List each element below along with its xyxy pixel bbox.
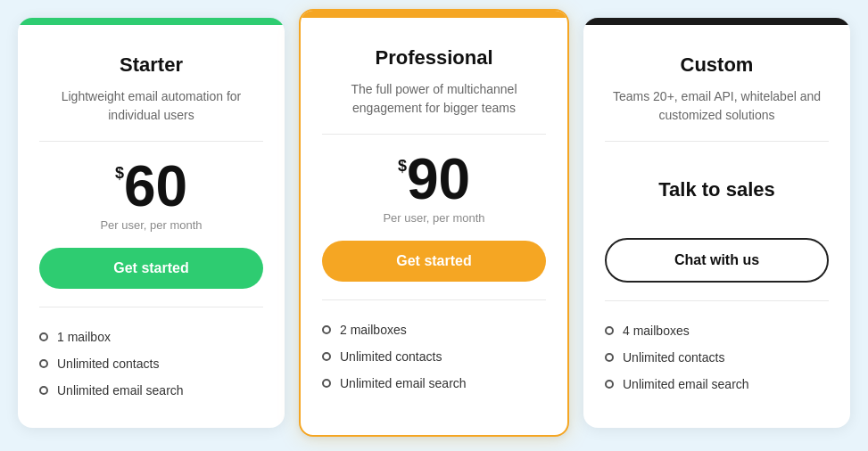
starter-feature-label-0: 1 mailbox: [57, 330, 111, 344]
starter-description: Lightweight email automation for individ…: [39, 87, 263, 125]
custom-feature-icon-0: [605, 326, 614, 335]
starter-price: 60: [124, 158, 187, 215]
professional-feature-label-2: Unlimited email search: [340, 376, 467, 390]
starter-period: Per user, per month: [100, 218, 202, 232]
plan-card-custom: Custom Teams 20+, email API, whitelabel …: [583, 18, 850, 428]
starter-features: 1 mailbox Unlimited contacts Unlimited e…: [39, 324, 263, 404]
professional-price: 90: [407, 151, 470, 208]
starter-divider-1: [39, 141, 263, 142]
professional-price-area: $ 90 Per user, per month: [322, 151, 546, 225]
professional-period: Per user, per month: [383, 211, 484, 225]
starter-feature-icon-0: [39, 332, 48, 341]
custom-feature-icon-1: [605, 353, 614, 362]
starter-feature-label-1: Unlimited contacts: [57, 357, 159, 371]
professional-top-bar: [301, 11, 567, 18]
custom-feature-label-1: Unlimited contacts: [623, 350, 724, 365]
custom-price-area: Talk to sales: [605, 158, 829, 222]
pricing-container: Starter Lightweight email automation for…: [18, 18, 850, 437]
starter-divider-2: [39, 307, 263, 308]
professional-feature-1: Unlimited contacts: [322, 343, 546, 370]
custom-plan-name: Custom: [605, 53, 829, 77]
custom-feature-label-2: Unlimited email search: [623, 377, 749, 391]
professional-feature-label-1: Unlimited contacts: [340, 349, 442, 364]
custom-cta-button[interactable]: Chat with us: [605, 238, 829, 283]
professional-currency: $: [398, 158, 407, 174]
professional-feature-icon-0: [322, 325, 331, 334]
professional-divider-2: [322, 299, 546, 300]
starter-feature-label-2: Unlimited email search: [57, 383, 184, 398]
custom-divider-2: [605, 300, 829, 301]
starter-top-bar: [18, 18, 285, 25]
professional-feature-label-0: 2 mailboxes: [340, 323, 407, 337]
plan-card-starter: Starter Lightweight email automation for…: [18, 18, 285, 428]
starter-price-area: $ 60 Per user, per month: [39, 158, 263, 232]
starter-feature-icon-2: [39, 386, 48, 395]
custom-description: Teams 20+, email API, whitelabel and cus…: [605, 87, 829, 125]
custom-feature-2: Unlimited email search: [605, 371, 829, 398]
professional-description: The full power of multichannel engagemen…: [322, 80, 546, 118]
starter-plan-name: Starter: [39, 53, 263, 77]
plan-card-professional: Professional The full power of multichan…: [299, 9, 569, 437]
custom-feature-1: Unlimited contacts: [605, 344, 829, 371]
custom-feature-0: 4 mailboxes: [605, 317, 829, 344]
custom-features: 4 mailboxes Unlimited contacts Unlimited…: [605, 317, 829, 398]
professional-plan-name: Professional: [322, 46, 546, 70]
professional-cta-button[interactable]: Get started: [322, 241, 546, 282]
starter-feature-icon-1: [39, 359, 48, 368]
starter-feature-1: Unlimited contacts: [39, 350, 263, 377]
custom-feature-label-0: 4 mailboxes: [623, 324, 690, 338]
professional-feature-2: Unlimited email search: [322, 370, 546, 397]
custom-divider-1: [605, 141, 829, 142]
professional-feature-icon-1: [322, 352, 331, 361]
starter-currency: $: [115, 165, 124, 181]
professional-divider-1: [322, 134, 546, 135]
professional-feature-0: 2 mailboxes: [322, 316, 546, 343]
starter-feature-0: 1 mailbox: [39, 324, 263, 350]
talk-to-sales-label: Talk to sales: [658, 160, 774, 219]
professional-features: 2 mailboxes Unlimited contacts Unlimited…: [322, 316, 546, 397]
starter-feature-2: Unlimited email search: [39, 377, 263, 404]
custom-feature-icon-2: [605, 380, 614, 389]
custom-top-bar: [583, 18, 850, 25]
starter-cta-button[interactable]: Get started: [39, 248, 263, 289]
professional-feature-icon-2: [322, 379, 331, 388]
